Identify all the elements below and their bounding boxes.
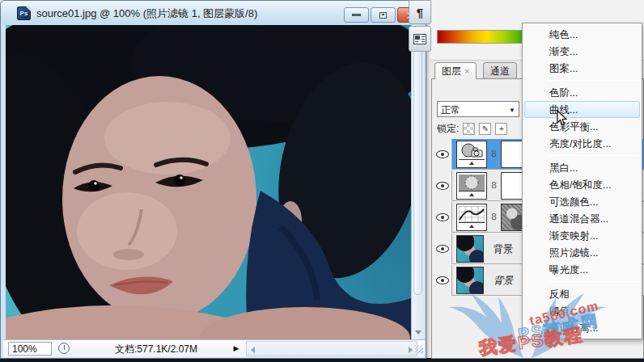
adjustment-slider-icon [459, 191, 485, 197]
status-flyout-button[interactable]: ▶ [230, 342, 243, 356]
adjustment-thumbnail[interactable] [456, 172, 487, 200]
adjustment-slider-icon [459, 222, 485, 229]
layer-name: 背景 [494, 274, 513, 288]
menu-item-gradient-map[interactable]: 渐变映射... [524, 227, 640, 244]
eye-icon [436, 182, 449, 190]
horizontal-scrollbar[interactable] [246, 341, 417, 356]
visibility-cell[interactable] [433, 139, 452, 170]
menu-item-exposure[interactable]: 曝光度... [524, 261, 640, 278]
scroll-down-icon[interactable] [415, 330, 422, 335]
mouse-cursor [557, 110, 567, 126]
eye-icon [436, 150, 449, 158]
scroll-right-icon[interactable] [409, 347, 413, 353]
layer-name: 背景 [494, 242, 513, 256]
tab-layers[interactable]: 图层 × [434, 62, 477, 79]
menu-item-gradient[interactable]: 渐变... [524, 43, 640, 60]
visibility-cell[interactable] [433, 234, 452, 264]
blend-mode-select[interactable]: 正常 ▼ [437, 101, 519, 117]
menu-item-curves[interactable]: 曲线... [524, 101, 640, 118]
link-icon: 8 [491, 149, 497, 159]
portrait-photo [6, 25, 411, 339]
menu-item-channel-mixer[interactable]: 通道混合器... [524, 210, 640, 227]
paragraph-panel-button[interactable]: ¶ [409, 0, 431, 24]
lock-transparency-icon[interactable] [463, 123, 475, 135]
menu-item-hue-saturation[interactable]: 色相/饱和度... [524, 176, 640, 193]
tab-close-icon[interactable]: × [464, 66, 469, 76]
layer-photo-thumbnail[interactable] [456, 235, 484, 263]
eye-icon [436, 245, 449, 253]
menu-item-pattern[interactable]: 图案... [524, 60, 640, 77]
menu-item-selective-color[interactable]: 可选颜色... [524, 193, 640, 210]
document-window: Ps source01.jpg @ 100% (照片滤镜 1, 图层蒙版/8) … [0, 0, 426, 359]
adjustment-circle-icon [459, 175, 485, 191]
window-title: source01.jpg @ 100% (照片滤镜 1, 图层蒙版/8) [36, 6, 257, 21]
adjustment-slider-icon [459, 159, 485, 166]
tab-channels[interactable]: 通道 [483, 62, 517, 79]
window-resize-grip[interactable] [415, 345, 423, 353]
visibility-cell[interactable] [433, 202, 452, 233]
visibility-cell[interactable] [433, 170, 452, 201]
menu-item-black-white[interactable]: 黑白... [524, 159, 640, 176]
image-canvas[interactable] [6, 25, 411, 339]
curves-thumbnail[interactable] [456, 204, 487, 231]
photo-filter-thumbnail[interactable] [456, 141, 487, 168]
minimize-icon [352, 14, 361, 16]
minimize-button[interactable] [344, 7, 369, 23]
layers-panel-dock-button[interactable] [409, 26, 431, 52]
menu-item-color-balance[interactable]: 色彩平衡... [524, 118, 640, 135]
timer-icon [58, 343, 70, 354]
zoom-level-field[interactable]: 100% [8, 342, 52, 356]
chevron-down-icon: ▼ [509, 107, 515, 114]
tab-layers-label: 图层 [442, 65, 461, 78]
status-bar: 100% 文档:577.1K/2.07M ▶ [3, 339, 425, 357]
ps-file-icon: Ps [17, 6, 31, 20]
menu-separator [547, 80, 638, 81]
photoshop-workspace: Ps source01.jpg @ 100% (照片滤镜 1, 图层蒙版/8) … [0, 0, 644, 362]
menu-item-invert[interactable]: 反相 [524, 285, 640, 302]
link-icon: 8 [491, 180, 497, 191]
menu-item-photo-filter[interactable]: 照片滤镜... [524, 244, 640, 261]
adjustment-layer-menu: 纯色... 渐变... 图案... 色阶... 曲线... 色彩平衡... 亮度… [522, 23, 642, 339]
tab-channels-label: 通道 [490, 65, 510, 78]
menu-item-threshold[interactable]: 阈值... [524, 302, 640, 319]
layer-photo-thumbnail[interactable] [456, 267, 484, 294]
eye-icon [436, 276, 449, 284]
eye-icon [436, 213, 449, 221]
paragraph-icon: ¶ [417, 6, 423, 19]
menu-separator [547, 281, 638, 282]
photo-filter-icon [459, 143, 485, 159]
lock-paint-icon[interactable]: ✎ [479, 123, 491, 135]
title-bar[interactable]: Ps source01.jpg @ 100% (照片滤镜 1, 图层蒙版/8) … [1, 1, 426, 25]
panel-dock: ¶ [409, 0, 431, 53]
menu-item-posterize[interactable]: 色调分离... [524, 319, 640, 336]
lock-move-icon[interactable]: + [495, 123, 507, 135]
link-icon: 8 [491, 212, 497, 222]
lock-label: 锁定: [437, 122, 459, 136]
maximize-button[interactable] [371, 7, 396, 23]
vertical-scrollbar-thumb[interactable] [413, 28, 422, 295]
lock-options-row: 锁定: ✎ + [437, 121, 507, 136]
curves-icon [459, 206, 485, 222]
menu-item-solid-color[interactable]: 纯色... [524, 26, 640, 43]
visibility-cell[interactable] [433, 265, 452, 296]
vertical-scrollbar[interactable] [411, 25, 424, 339]
menu-item-levels[interactable]: 色阶... [524, 84, 640, 101]
document-size-info: 文档:577.1K/2.07M [87, 343, 225, 356]
scroll-left-icon[interactable] [251, 347, 255, 353]
maximize-icon [379, 12, 387, 19]
panel-layout-icon [413, 34, 426, 44]
menu-separator [547, 155, 638, 156]
blend-mode-value: 正常 [441, 104, 460, 116]
menu-item-brightness-contrast[interactable]: 亮度/对比度... [524, 135, 640, 152]
portrait-illustration [6, 25, 411, 339]
